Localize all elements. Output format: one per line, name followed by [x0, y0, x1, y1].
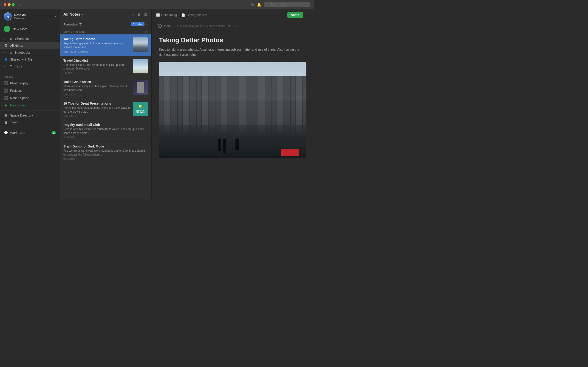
- columns-button[interactable]: ⊟: [137, 12, 141, 17]
- car-row: [281, 149, 299, 156]
- breadcrumb-onboarding[interactable]: ⬜ Onboarding: [156, 13, 177, 17]
- breadcrumb-getting-started[interactable]: 📄 Getting Started: [182, 13, 207, 17]
- notes-list-header: All Notes ▾ ≡ ⊟ ⊡: [60, 9, 151, 20]
- new-note-button[interactable]: + New Note: [0, 24, 60, 35]
- divider: [0, 71, 60, 71]
- note-preview: There are many ways to start a plan. Rea…: [63, 84, 131, 92]
- note-meta: 9/09/2018: [63, 158, 148, 160]
- sidebar-item-trash[interactable]: 🗑 Trash: [0, 119, 60, 126]
- note-preview: Keys to taking great photos. A camera, i…: [63, 42, 131, 49]
- arrow-icon: ▶: [4, 65, 6, 68]
- reminders-right: 1 Today ▾: [131, 22, 148, 26]
- note-title: Royalty Basketball Club: [63, 123, 148, 127]
- user-name: Nate Au: [14, 13, 26, 17]
- person-silhouette: [235, 139, 239, 150]
- new-note-icon: +: [4, 26, 10, 32]
- avatar-badge: D: [9, 17, 12, 21]
- breadcrumb-label: Getting Started: [187, 13, 207, 17]
- titlebar-left: ‹ ›: [4, 2, 28, 7]
- sidebar-item-shortcuts[interactable]: ▶ ★ Shortcuts: [0, 35, 60, 42]
- sidebar-item-label: Projects: [10, 89, 22, 92]
- note-title: Travel Checklist: [63, 59, 131, 62]
- sidebar-item-all-notes[interactable]: ☰ All Notes: [0, 42, 60, 49]
- note-item[interactable]: 10 Tips for Great Presentations Running …: [60, 99, 151, 120]
- editor-content[interactable]: Taking Better Photos Keys to taking grea…: [152, 31, 314, 199]
- sidebar-item-notebooks[interactable]: ▶ ▤ Notebooks: [0, 49, 60, 56]
- share-button[interactable]: Share: [287, 12, 303, 18]
- note-item[interactable]: Brain Dump for Dark Mode The technical f…: [60, 142, 151, 163]
- traffic-lights: [4, 3, 15, 6]
- breadcrumb-label: Onboarding: [161, 13, 177, 17]
- plus-circle-icon: +: [157, 24, 162, 28]
- note-content: Taking Better Photos Keys to taking grea…: [63, 37, 131, 53]
- reminders-bar[interactable]: Reminders (9) 1 Today ▾: [60, 20, 151, 29]
- reminders-label: Reminders (9): [63, 23, 82, 26]
- sidebar-item-space-directory[interactable]: ⊞ Space Directory: [0, 112, 60, 119]
- new-space-icon: ✚: [4, 103, 8, 107]
- new-note-label: New Note: [12, 27, 27, 31]
- space-directory-icon: ⊞: [4, 114, 8, 117]
- titlebar: ‹ › All Notes - Designer ↻ 🔔 🔍: [0, 0, 314, 9]
- breadcrumb-separator: ›: [179, 14, 180, 17]
- note-preview: The technical framework we should build …: [63, 149, 148, 157]
- notes-title-text: All Notes: [63, 12, 80, 17]
- more-options-button[interactable]: ···: [306, 13, 309, 17]
- sidebar-item-new-space[interactable]: ✚ New Space: [0, 102, 60, 109]
- note-preview: Get plane tickets. Stop by the mall to p…: [63, 63, 131, 71]
- editor-meta: + Insert ▾ Last edited by Nathan Au on N…: [152, 21, 314, 31]
- user-section[interactable]: N D Nate Au Designer ▾: [0, 9, 60, 24]
- notes-panel-title[interactable]: All Notes ▾: [63, 12, 83, 17]
- archive-button[interactable]: ⊡: [144, 12, 148, 17]
- back-button[interactable]: ‹: [18, 2, 22, 7]
- refresh-icon[interactable]: ↻: [251, 2, 254, 7]
- chevron-down-icon: ▾: [55, 15, 56, 18]
- minimize-button[interactable]: [8, 3, 10, 6]
- sidebar-item-shared[interactable]: 👤 Shared with Me: [0, 56, 60, 63]
- note-thumbnail: 💡 ONE IDEAPER SLIDE: [133, 102, 148, 116]
- sidebar-item-photography[interactable]: ⬛ Photography: [0, 80, 60, 87]
- notes-header-actions: ≡ ⊟ ⊡: [131, 12, 148, 17]
- sidebar-item-projects[interactable]: ⬛ Projects: [0, 87, 60, 94]
- fullscreen-button[interactable]: [12, 3, 15, 6]
- note-item[interactable]: Travel Checklist Get plane tickets. Stop…: [60, 56, 151, 77]
- sidebar-item-tags[interactable]: ▶ 🏷 Tags: [0, 63, 60, 70]
- month-label: NOVEMBER 2018: [63, 31, 85, 33]
- note-meta: 9/19/2018: [63, 136, 148, 139]
- car-silhouette: [281, 149, 299, 156]
- sidebar-item-label: All Notes: [10, 44, 23, 48]
- note-item[interactable]: Taking Better Photos Keys to taking grea…: [60, 34, 151, 56]
- titlebar-right: ↻ 🔔 🔍: [251, 2, 310, 7]
- sidebar: N D Nate Au Designer ▾ + New Note ▶ ★ Sh…: [0, 9, 60, 199]
- insert-label: Insert: [163, 24, 170, 28]
- sidebar-item-label: Shared with Me: [10, 58, 32, 61]
- note-thumbnail: [133, 80, 148, 95]
- note-thumbnail: [133, 37, 148, 52]
- note-body[interactable]: Keys to taking great photos. A camera, i…: [159, 47, 306, 57]
- sidebar-item-nates-space[interactable]: ⬛ Nate's Space: [0, 94, 60, 102]
- note-meta: 10/24/2018: [63, 115, 131, 117]
- close-button[interactable]: [4, 3, 6, 6]
- trash-icon: 🗑: [4, 120, 8, 124]
- editor-toolbar: ⬜ Onboarding › 📄 Getting Started Share ·…: [152, 9, 314, 21]
- edit-info: Last edited by Nathan Au on November 17t…: [177, 24, 239, 27]
- note-item[interactable]: Make Goals for 2019 There are many ways …: [60, 77, 151, 99]
- search-input[interactable]: [264, 2, 310, 7]
- sort-button[interactable]: ≡: [131, 12, 134, 17]
- sidebar-item-label: Notebooks: [15, 51, 31, 54]
- note-date: 11/09/2018: [63, 72, 76, 74]
- note-title: Taking Better Photos: [63, 37, 131, 41]
- page-icon: 📄: [182, 13, 185, 17]
- tags-icon: 🏷: [9, 65, 13, 68]
- note-date: 9/09/2018: [63, 158, 75, 160]
- note-heading: Taking Better Photos: [159, 36, 306, 44]
- note-item[interactable]: Royalty Basketball Club Here is why this…: [60, 120, 151, 142]
- arrow-icon: ▶: [4, 51, 6, 54]
- insert-button[interactable]: + Insert ▾: [156, 23, 174, 28]
- spaces-section-label: Spaces: [0, 73, 60, 80]
- work-chat-item[interactable]: 💬 Work Chat 2: [0, 129, 60, 137]
- main-container: N D Nate Au Designer ▾ + New Note ▶ ★ Sh…: [0, 9, 314, 199]
- forward-button[interactable]: ›: [24, 2, 28, 7]
- notebooks-icon: ▤: [9, 51, 13, 54]
- breadcrumb: ⬜ Onboarding › 📄 Getting Started: [156, 13, 207, 17]
- bell-icon[interactable]: 🔔: [257, 2, 261, 7]
